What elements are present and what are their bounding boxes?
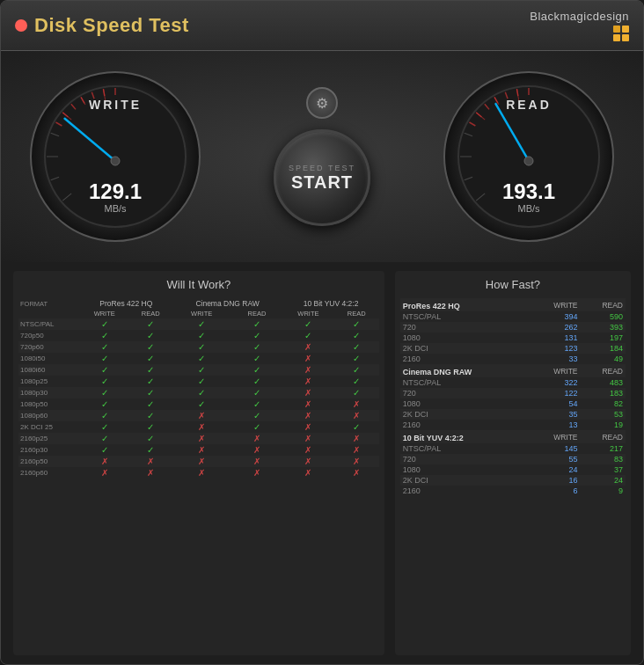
table-row: 720p60✓✓✓✓✗✓ bbox=[18, 341, 379, 353]
check-cell: ✓ bbox=[231, 341, 283, 353]
dng-write-header: WRITE bbox=[172, 309, 231, 318]
hf-section-header: ProRes 422 HQ WRITE READ bbox=[400, 298, 626, 311]
format-cell: 1080i50 bbox=[18, 353, 80, 364]
check-cell: ✓ bbox=[333, 341, 378, 353]
hf-data-row: 2160 13 19 bbox=[400, 420, 626, 430]
table-row: 2160p30✓✓✗✗✗✗ bbox=[18, 444, 379, 456]
check-cell: ✓ bbox=[333, 421, 378, 433]
hf-read-col-header: READ bbox=[581, 298, 626, 311]
cross-cell: ✗ bbox=[231, 444, 283, 456]
start-button-top-label: SPEED TEST bbox=[289, 164, 355, 172]
check-cell: ✓ bbox=[333, 364, 378, 376]
hf-data-row: NTSC/PAL 145 217 bbox=[400, 443, 626, 454]
table-row: 2K DCI 25✓✓✗✓✗✓ bbox=[18, 421, 379, 433]
check-cell: ✓ bbox=[172, 376, 231, 387]
table-row: 1080p60✓✓✗✓✗✗ bbox=[18, 410, 379, 421]
hf-row-label: 2160 bbox=[400, 420, 530, 430]
hf-read-val: 217 bbox=[581, 443, 626, 454]
check-cell: ✓ bbox=[80, 398, 129, 410]
cross-cell: ✗ bbox=[80, 467, 129, 479]
format-cell: 1080p60 bbox=[18, 410, 80, 421]
hf-write-val: 262 bbox=[530, 322, 581, 332]
format-header: FORMAT bbox=[18, 298, 80, 309]
check-cell: ✓ bbox=[80, 387, 129, 398]
cross-cell: ✗ bbox=[129, 456, 172, 467]
hf-read-val: 53 bbox=[581, 409, 626, 420]
table-row: 1080i50✓✓✓✓✗✓ bbox=[18, 353, 379, 364]
title-bar-left: Disk Speed Test bbox=[15, 14, 189, 37]
cross-cell: ✗ bbox=[333, 444, 378, 456]
format-cell: 720p50 bbox=[18, 330, 80, 341]
start-button[interactable]: SPEED TEST START bbox=[274, 129, 370, 226]
brand-sq-4 bbox=[622, 34, 629, 41]
check-cell: ✓ bbox=[80, 421, 129, 433]
cross-cell: ✗ bbox=[282, 376, 333, 387]
svg-text:READ: READ bbox=[506, 98, 552, 112]
svg-text:129.1: 129.1 bbox=[89, 179, 142, 203]
check-cell: ✓ bbox=[231, 376, 283, 387]
hf-read-col-header: READ bbox=[581, 430, 626, 443]
close-button[interactable] bbox=[15, 19, 27, 32]
prores-read-header: READ bbox=[129, 309, 172, 318]
brand-sq-1 bbox=[613, 26, 620, 33]
check-cell: ✓ bbox=[129, 433, 172, 444]
check-cell: ✓ bbox=[282, 330, 333, 341]
cross-cell: ✗ bbox=[333, 398, 378, 410]
how-fast-table: ProRes 422 HQ WRITE READ NTSC/PAL 394 59… bbox=[400, 298, 626, 496]
yuv-read-header: READ bbox=[333, 309, 378, 318]
cross-cell: ✗ bbox=[129, 467, 172, 479]
cross-cell: ✗ bbox=[333, 410, 378, 421]
cross-cell: ✗ bbox=[172, 456, 231, 467]
table-row: 2160p25✓✓✗✗✗✗ bbox=[18, 433, 379, 444]
cross-cell: ✗ bbox=[333, 467, 378, 479]
format-cell: 1080i60 bbox=[18, 364, 80, 376]
hf-write-val: 54 bbox=[530, 398, 581, 409]
hf-read-val: 184 bbox=[581, 343, 626, 354]
hf-read-val: 590 bbox=[581, 311, 626, 322]
hf-row-label: 720 bbox=[400, 388, 530, 398]
format-cell: 2160p25 bbox=[18, 433, 80, 444]
brand-sq-2 bbox=[622, 26, 629, 33]
check-cell: ✓ bbox=[282, 318, 333, 330]
will-it-work-panel: Will It Work? FORMAT ProRes 422 HQ Cinem… bbox=[13, 271, 384, 655]
check-cell: ✓ bbox=[172, 330, 231, 341]
hf-data-row: 1080 24 37 bbox=[400, 464, 626, 475]
cross-cell: ✗ bbox=[282, 433, 333, 444]
check-cell: ✓ bbox=[231, 410, 283, 421]
check-cell: ✓ bbox=[129, 376, 172, 387]
cross-cell: ✗ bbox=[282, 341, 333, 353]
read-gauge-container: 193.1 MB/s READ bbox=[441, 69, 617, 245]
hf-write-val: 24 bbox=[530, 464, 581, 475]
how-fast-panel: How Fast? ProRes 422 HQ WRITE READ NTSC/… bbox=[395, 271, 631, 655]
gear-button[interactable]: ⚙ bbox=[306, 87, 338, 119]
table-row: 2160p50✗✗✗✗✗✗ bbox=[18, 456, 379, 467]
hf-row-label: NTSC/PAL bbox=[400, 377, 530, 388]
check-cell: ✓ bbox=[80, 444, 129, 456]
format-cell: NTSC/PAL bbox=[18, 318, 80, 330]
hf-row-label: 720 bbox=[400, 322, 530, 332]
check-cell: ✓ bbox=[129, 387, 172, 398]
cross-cell: ✗ bbox=[282, 398, 333, 410]
check-cell: ✓ bbox=[80, 353, 129, 364]
hf-read-val: 483 bbox=[581, 377, 626, 388]
brand-name: Blackmagicdesign bbox=[530, 10, 629, 23]
hf-write-val: 131 bbox=[530, 332, 581, 343]
table-row: 1080p25✓✓✓✓✗✓ bbox=[18, 376, 379, 387]
hf-row-label: 2160 bbox=[400, 354, 530, 364]
hf-section-label: Cinema DNG RAW bbox=[400, 364, 530, 377]
prores-header: ProRes 422 HQ bbox=[80, 298, 172, 309]
svg-text:MB/s: MB/s bbox=[104, 203, 127, 214]
cross-cell: ✗ bbox=[282, 410, 333, 421]
check-cell: ✓ bbox=[129, 421, 172, 433]
cross-cell: ✗ bbox=[333, 456, 378, 467]
hf-data-row: 720 122 183 bbox=[400, 388, 626, 398]
hf-write-col-header: WRITE bbox=[530, 298, 581, 311]
cross-cell: ✗ bbox=[172, 467, 231, 479]
hf-data-row: NTSC/PAL 322 483 bbox=[400, 377, 626, 388]
hf-data-row: 2K DCI 123 184 bbox=[400, 343, 626, 354]
start-button-main-label: START bbox=[291, 172, 353, 193]
check-cell: ✓ bbox=[80, 433, 129, 444]
check-cell: ✓ bbox=[129, 410, 172, 421]
hf-write-val: 6 bbox=[530, 486, 581, 496]
hf-section-label: ProRes 422 HQ bbox=[400, 298, 530, 311]
